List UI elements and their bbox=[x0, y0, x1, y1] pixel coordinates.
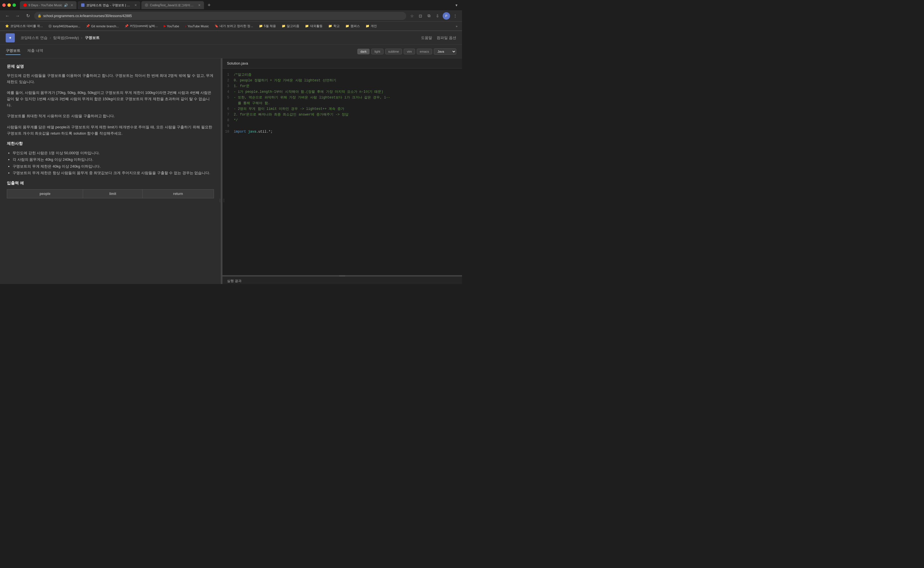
editor-code-section: Solution.java 1 /*알고리즘 2 0. people 정렬하기 … bbox=[223, 58, 462, 275]
reader-mode-icon[interactable]: ⊡ bbox=[417, 12, 424, 20]
tab-close-github[interactable]: × bbox=[198, 3, 200, 8]
bookmark-label: 알고리즘 bbox=[287, 24, 299, 28]
line-number: 5 bbox=[223, 95, 234, 100]
minimize-button[interactable] bbox=[8, 3, 11, 7]
results-section: 실행 결과 테스트 2 통과 (0.95ms, 74.6MB) 테스트 3 통과… bbox=[223, 276, 462, 284]
problem-desc-2: 예를 들어, 사람들의 몸무게가 [70kg, 50kg, 80kg, 50kg… bbox=[7, 90, 214, 109]
problem-desc-4: 사람들의 몸무게를 담은 배열 people과 구명보트의 무게 제한 limi… bbox=[7, 124, 214, 137]
site-logo[interactable]: ✦ bbox=[6, 33, 15, 42]
bookmark-folder-campus[interactable]: 📁 캠퍼스 bbox=[343, 23, 362, 29]
bookmark-label: 학교 bbox=[333, 24, 340, 28]
tab-title-youtube: 9 Days - YouTube Music bbox=[29, 3, 62, 7]
bookmark-coding-test[interactable]: ⭐ 코딩테스트 대비를 위... bbox=[3, 23, 45, 29]
tab-github[interactable]: CodingTest_Java/프로그래머스/... × bbox=[142, 1, 204, 9]
back-button[interactable]: ← bbox=[3, 12, 11, 20]
line-content: import java.util.*; bbox=[234, 129, 462, 134]
help-link[interactable]: 도움말 bbox=[421, 35, 432, 41]
constraint-1: 무인도에 갇힌 사람은 1명 이상 50,000명 이하입니다. bbox=[12, 150, 214, 156]
line-number: 6 bbox=[223, 106, 234, 112]
compile-options-link[interactable]: 컴파일 옵션 bbox=[437, 35, 456, 41]
line-number: 2 bbox=[223, 78, 234, 83]
bookmark-label: 개인 bbox=[371, 24, 377, 28]
profile-button[interactable]: P bbox=[443, 12, 450, 20]
bookmark-label: 5월 채용 bbox=[264, 24, 276, 28]
tab-nav-submit[interactable]: 제출 내역 bbox=[27, 48, 43, 55]
bookmark-label: 코딩테스트 대비를 위... bbox=[10, 24, 43, 28]
new-tab-button[interactable]: + bbox=[205, 1, 213, 9]
tab-coding-test[interactable]: 코딩테스트 연습 - 구명보트 | 프로... × bbox=[78, 1, 140, 9]
folder-icon: 📁 bbox=[282, 24, 286, 28]
menu-icon[interactable]: ⋮ bbox=[452, 12, 458, 20]
close-button[interactable] bbox=[2, 3, 6, 7]
theme-emacs[interactable]: emacs bbox=[417, 49, 432, 54]
download-icon[interactable]: ⇩ bbox=[434, 12, 441, 20]
bookmark-folder-personal[interactable]: 📁 개인 bbox=[363, 23, 379, 29]
bookmark-commit[interactable]: 📌 커밋(commit) 날짜... bbox=[122, 23, 160, 29]
tabs-dropdown[interactable]: ▾ bbox=[453, 2, 460, 9]
bookmark-label: 커밋(commit) 날짜... bbox=[130, 24, 158, 28]
bookmark-folder-extern[interactable]: 📁 대외활동 bbox=[303, 23, 325, 29]
language-select[interactable]: Java Python3 C++ bbox=[434, 48, 456, 54]
tab-nav-problem[interactable]: 구명보트 bbox=[6, 48, 21, 55]
line-number: 3 bbox=[223, 83, 234, 89]
folder-icon: 📁 bbox=[345, 24, 349, 28]
theme-light[interactable]: light bbox=[371, 49, 383, 54]
bookmark-favicon-commit: 📌 bbox=[125, 24, 128, 28]
bookmark-favicon-youtube-music: ♪ bbox=[185, 24, 187, 28]
editor-panel: Solution.java 1 /*알고리즘 2 0. people 정렬하기 … bbox=[223, 58, 462, 284]
code-line: 10 import java.util.*; bbox=[223, 129, 462, 134]
theme-dark[interactable]: dark bbox=[357, 49, 369, 54]
code-line: 를 통해 구해야 함. bbox=[223, 100, 462, 106]
folder-icon: 📁 bbox=[328, 24, 332, 28]
io-col-return: return bbox=[143, 190, 214, 198]
breadcrumb: 코딩테스트 연습 › 탐욕법(Greedy) › 구명보트 bbox=[21, 35, 99, 41]
theme-sublime[interactable]: sublime bbox=[385, 49, 402, 54]
line-content: 1. for문 bbox=[234, 83, 462, 89]
io-col-people: people bbox=[7, 190, 83, 198]
bookmark-label: 대외활동 bbox=[310, 24, 323, 28]
line-content: /*알고리즘 bbox=[234, 72, 462, 78]
line-number: 8 bbox=[223, 118, 234, 123]
tab-close-coding[interactable]: × bbox=[134, 3, 137, 8]
address-actions: ☆ ⊡ ⧉ ⇩ P ⋮ bbox=[408, 12, 458, 20]
refresh-button[interactable]: ↻ bbox=[24, 12, 32, 20]
problem-title: 문제 설명 bbox=[7, 64, 214, 69]
breadcrumb-item-2[interactable]: 탐욕법(Greedy) bbox=[53, 35, 79, 41]
line-content: 0. people 정렬하기 + 가장 가벼운 사람 lightest 선언하기 bbox=[234, 78, 462, 83]
extension-icon[interactable]: ⧉ bbox=[426, 12, 433, 20]
folder-icon: 📁 bbox=[259, 24, 263, 28]
breadcrumb-item-1[interactable]: 코딩테스트 연습 bbox=[21, 35, 48, 41]
code-line: 8 */ bbox=[223, 118, 462, 123]
breadcrumb-sep-1: › bbox=[50, 36, 51, 40]
results-divider[interactable]: 실행 결과 bbox=[223, 276, 462, 284]
tab-close-youtube[interactable]: × bbox=[71, 3, 73, 8]
tab-youtube-music[interactable]: 9 Days - YouTube Music 🔊 × bbox=[20, 1, 77, 9]
code-line: 2 0. people 정렬하기 + 가장 가벼운 사람 lightest 선언… bbox=[223, 78, 462, 83]
more-bookmarks[interactable]: » bbox=[454, 24, 459, 29]
bookmarks-bar: ⭐ 코딩테스트 대비를 위... tony9402/baekjoo... 📌 G… bbox=[0, 22, 462, 31]
maximize-button[interactable] bbox=[12, 3, 16, 7]
io-table: people limit return bbox=[7, 189, 214, 198]
breadcrumb-current: 구명보트 bbox=[85, 35, 99, 41]
url-bar[interactable]: 🔒 school.programmers.co.kr/learn/courses… bbox=[34, 12, 406, 20]
problem-desc-1: 무인도에 갇힌 사람들을 구명보트를 이용하여 구출하려고 합니다. 구명보트는… bbox=[7, 73, 214, 85]
bookmark-review[interactable]: 🔖 내가 보려고 정리한 정... bbox=[212, 23, 255, 29]
bookmark-folder-school[interactable]: 📁 학교 bbox=[326, 23, 342, 29]
theme-vim[interactable]: vim bbox=[404, 49, 415, 54]
forward-button[interactable]: → bbox=[14, 12, 22, 20]
bookmark-youtube-music[interactable]: ♪ YouTube Music bbox=[182, 24, 211, 29]
tab-bar: 9 Days - YouTube Music 🔊 × 코딩테스트 연습 - 구명… bbox=[0, 0, 462, 10]
bookmark-folder-algo[interactable]: 📁 알고리즘 bbox=[279, 23, 301, 29]
bookmark-git[interactable]: 📌 Git remote branch... bbox=[84, 23, 121, 29]
results-title: 실행 결과 bbox=[227, 279, 241, 283]
line-number: 10 bbox=[223, 129, 234, 134]
content-wrapper: 문제 설명 무인도에 갇힌 사람들을 구명보트를 이용하여 구출하려고 합니다.… bbox=[0, 58, 462, 284]
editor-area[interactable]: 1 /*알고리즘 2 0. people 정렬하기 + 가장 가벼운 사람 li… bbox=[223, 69, 462, 275]
bookmark-baekjoo[interactable]: tony9402/baekjoo... bbox=[46, 24, 83, 29]
bookmark-folder-may[interactable]: 📁 5월 채용 bbox=[256, 23, 278, 29]
line-content: 2. for문으로 빠져나와 최종 최소값인 answer에 증가해주기 -> … bbox=[234, 112, 462, 118]
folder-icon: 📁 bbox=[305, 24, 309, 28]
bookmark-youtube[interactable]: ▶ YouTube bbox=[161, 23, 181, 29]
bookmark-favicon-review: 🔖 bbox=[214, 24, 219, 28]
bookmark-star-icon[interactable]: ☆ bbox=[408, 12, 415, 20]
